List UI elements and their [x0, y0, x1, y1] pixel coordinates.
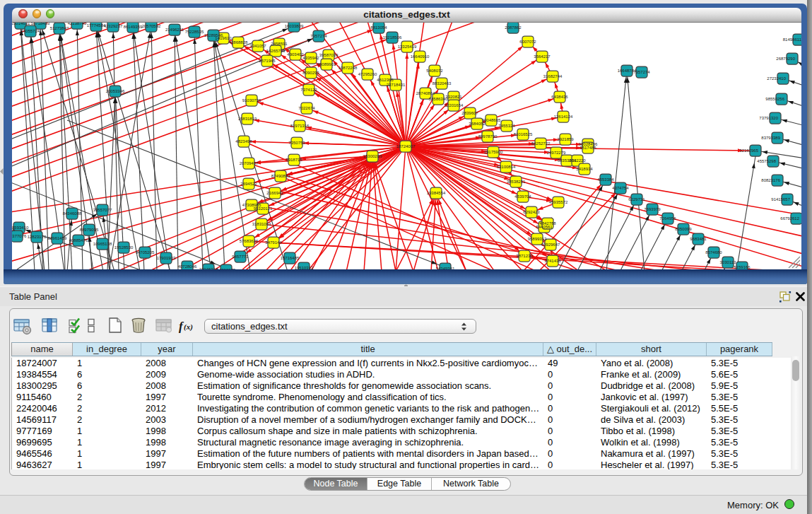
svg-text:21496211: 21496211 — [165, 28, 184, 32]
svg-text:66792612: 66792612 — [780, 216, 799, 221]
svg-text:89978790: 89978790 — [478, 134, 498, 139]
svg-text:27232410: 27232410 — [767, 76, 786, 81]
svg-text:2087862: 2087862 — [505, 25, 522, 30]
svg-text:15831819: 15831819 — [238, 117, 257, 121]
svg-text:4842788: 4842788 — [539, 221, 556, 226]
svg-text:3741438: 3741438 — [544, 259, 561, 263]
svg-text:4374754: 4374754 — [612, 186, 629, 190]
svg-text:51273847: 51273847 — [50, 26, 69, 30]
svg-text:57683626: 57683626 — [240, 239, 259, 243]
svg-text:24972279: 24972279 — [547, 151, 566, 155]
svg-text:6229731: 6229731 — [628, 197, 645, 201]
svg-text:26879290: 26879290 — [776, 57, 795, 61]
svg-text:80823176: 80823176 — [761, 178, 780, 182]
svg-text:14265799: 14265799 — [266, 49, 286, 53]
svg-text:17901903: 17901903 — [157, 256, 176, 260]
svg-text:40885476: 40885476 — [69, 238, 88, 243]
svg-text:20709497: 20709497 — [240, 161, 259, 165]
svg-text:39587039: 39587039 — [319, 53, 339, 57]
svg-text:81971316: 81971316 — [290, 124, 310, 128]
svg-text:8574680: 8574680 — [705, 250, 722, 255]
svg-text:40728046: 40728046 — [178, 264, 197, 269]
svg-text:10965138: 10965138 — [93, 242, 112, 246]
svg-text:88961459: 88961459 — [48, 236, 67, 240]
svg-text:47295260: 47295260 — [358, 72, 377, 76]
svg-text:32162965: 32162965 — [739, 148, 758, 153]
svg-text:42329237: 42329237 — [104, 24, 123, 28]
svg-text:88320463: 88320463 — [433, 81, 452, 86]
svg-text:19289546: 19289546 — [204, 33, 223, 37]
svg-text:39557077: 39557077 — [93, 208, 112, 212]
svg-text:91415657: 91415657 — [771, 197, 790, 201]
svg-text:19384554: 19384554 — [427, 191, 446, 195]
svg-text:18724007: 18724007 — [396, 144, 416, 148]
svg-text:87490893: 87490893 — [271, 174, 290, 178]
svg-text:4612365: 4612365 — [377, 78, 394, 82]
svg-text:7693979: 7693979 — [644, 207, 661, 211]
svg-text:4539704: 4539704 — [514, 194, 531, 199]
svg-text:55377076: 55377076 — [12, 234, 27, 238]
svg-text:89089901: 89089901 — [317, 62, 336, 66]
svg-text:25014631: 25014631 — [12, 23, 30, 25]
svg-text:7455324: 7455324 — [498, 124, 515, 128]
svg-text:58718453: 58718453 — [31, 23, 50, 25]
svg-text:2694522: 2694522 — [240, 182, 257, 186]
svg-text:3030113: 3030113 — [720, 260, 737, 264]
svg-text:9683481: 9683481 — [690, 237, 707, 241]
svg-text:3320821: 3320821 — [445, 95, 462, 99]
svg-text:31831063: 31831063 — [252, 222, 271, 226]
svg-text:7350753: 7350753 — [288, 141, 305, 145]
svg-text:18593410: 18593410 — [12, 226, 29, 230]
svg-text:75228535: 75228535 — [185, 30, 204, 34]
svg-text:8612220: 8612220 — [569, 158, 586, 163]
svg-text:12614124: 12614124 — [554, 115, 573, 119]
svg-text:84252722: 84252722 — [531, 141, 551, 146]
svg-text:38538251: 38538251 — [507, 180, 526, 184]
svg-text:4553384: 4553384 — [597, 177, 614, 182]
svg-text:2166941: 2166941 — [266, 191, 283, 195]
svg-text:81016525: 81016525 — [514, 132, 533, 136]
svg-text:45935572: 45935572 — [549, 200, 568, 204]
svg-text:5918715: 5918715 — [286, 158, 302, 162]
svg-text:7357274: 7357274 — [310, 34, 327, 38]
svg-text:5418934: 5418934 — [576, 167, 593, 171]
svg-text:6438436: 6438436 — [551, 95, 568, 99]
svg-text:90048665: 90048665 — [482, 118, 501, 122]
svg-text:7357274: 7357274 — [633, 70, 650, 74]
svg-text:15716485: 15716485 — [281, 256, 300, 260]
svg-text:3564217: 3564217 — [534, 54, 551, 59]
svg-text:4903402: 4903402 — [287, 52, 304, 57]
svg-text:9457771: 9457771 — [232, 255, 249, 259]
svg-text:4823498: 4823498 — [235, 139, 252, 144]
svg-text:6007072: 6007072 — [519, 40, 536, 44]
svg-text:45575298: 45575298 — [757, 159, 776, 163]
svg-text:5408072: 5408072 — [426, 69, 443, 73]
svg-text:12823170: 12823170 — [28, 235, 47, 239]
svg-text:14055724: 14055724 — [21, 29, 40, 33]
svg-text:8090293: 8090293 — [302, 71, 319, 75]
svg-text:22201654: 22201654 — [445, 103, 464, 107]
svg-text:63100814: 63100814 — [497, 165, 516, 169]
svg-text:3341057: 3341057 — [249, 44, 266, 48]
svg-text:73791320: 73791320 — [759, 116, 778, 120]
svg-text:42868828: 42868828 — [229, 40, 248, 45]
svg-text:2921859: 2921859 — [557, 137, 574, 141]
svg-text:10872248: 10872248 — [339, 66, 358, 70]
svg-text:94705205: 94705205 — [136, 250, 155, 255]
svg-text:13325419: 13325419 — [398, 45, 417, 49]
svg-text:91030736: 91030736 — [242, 98, 261, 103]
svg-text:20570592: 20570592 — [142, 24, 161, 28]
svg-text:29175900: 29175900 — [484, 150, 503, 154]
svg-text:4335942: 4335942 — [302, 56, 319, 60]
svg-text:42138745: 42138745 — [68, 23, 87, 25]
svg-text:9517485: 9517485 — [579, 146, 596, 150]
svg-text:15300203: 15300203 — [363, 154, 382, 158]
svg-text:95320121: 95320121 — [254, 206, 273, 211]
svg-text:7022674: 7022674 — [298, 106, 315, 110]
svg-text:31682744: 31682744 — [543, 74, 563, 78]
svg-text:23718431: 23718431 — [387, 83, 406, 87]
svg-text:20053346: 20053346 — [106, 89, 125, 93]
svg-text:7374122: 7374122 — [300, 88, 317, 92]
svg-text:83793389: 83793389 — [761, 136, 780, 140]
svg-text:16033809: 16033809 — [285, 24, 304, 28]
